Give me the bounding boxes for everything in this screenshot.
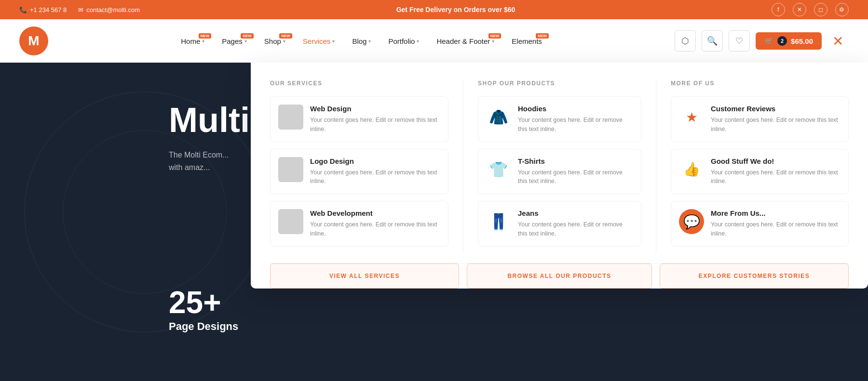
more-col-title: MORE OF US [671, 80, 849, 87]
nav-hf-chevron: ▾ [492, 39, 494, 44]
nav-shop-label: Shop [264, 37, 281, 45]
web-dev-title: Web Development [310, 209, 440, 217]
product-tshirts[interactable]: 👕 T-Shirts Your content goes here. Edit … [478, 149, 641, 195]
email-icon: ✉ [78, 6, 83, 13]
more-from-us-desc: Your content goes here. Edit or remove t… [711, 220, 841, 238]
nav-portfolio-label: Portfolio [388, 37, 415, 45]
web-design-title: Web Design [310, 105, 440, 113]
nav-actions: ⬡ 🔍 ♡ 🛒 2 $65.00 ✕ [675, 30, 849, 52]
search-button[interactable]: 🔍 [702, 30, 723, 52]
browse-all-products-button[interactable]: BROWSE ALL OUR PRODUCTS [467, 263, 652, 289]
cart-price: $65.00 [791, 37, 813, 45]
phone-icon: 📞 [19, 6, 27, 13]
nav-blog-label: Blog [352, 37, 366, 45]
nav-item-pages[interactable]: Pages NEW ▾ [215, 33, 254, 49]
social-links: f ✕ ◻ ⚙ [772, 3, 849, 16]
nav-hf-badge: NEW [488, 33, 502, 39]
account-button[interactable]: ⬡ [675, 30, 696, 52]
mega-menu: OUR SERVICES Web Design Your content goe… [251, 63, 868, 289]
nav-pages-badge: NEW [241, 33, 254, 39]
nav-item-shop[interactable]: Shop NEW ▾ [258, 33, 292, 49]
tshirts-desc: Your content goes here. Edit or remove t… [518, 168, 633, 186]
nav-home-label: Home [181, 37, 200, 45]
tshirts-title: T-Shirts [518, 157, 633, 165]
nav-home-badge: NEW [199, 33, 212, 39]
web-dev-icon [278, 209, 303, 234]
nav-home-chevron: ▾ [202, 39, 204, 44]
good-stuff-icon: 👍 [679, 157, 704, 182]
products-col-title: SHOP OUR PRODUCTS [478, 80, 641, 87]
nav-hf-label: Header & Footer [436, 37, 490, 45]
nav-blog-chevron: ▾ [368, 39, 371, 44]
more-from-us[interactable]: 💬 More From Us... Your content goes here… [671, 201, 849, 247]
cart-button[interactable]: 🛒 2 $65.00 [756, 32, 822, 50]
nav-pages-label: Pages [222, 37, 243, 45]
cart-icon: 🛒 [764, 37, 773, 45]
nav-bar: M Home NEW ▾ Pages NEW ▾ Shop NEW ▾ Serv… [0, 19, 868, 63]
close-button[interactable]: ✕ [827, 30, 849, 52]
reviews-title: Customer Reviews [711, 105, 841, 113]
phone-number: +1 234 567 8 [30, 6, 67, 13]
nav-elements-badge: NEW [536, 33, 549, 39]
mega-footer: VIEW ALL SERVICES BROWSE ALL OUR PRODUCT… [270, 263, 849, 289]
product-jeans[interactable]: 👖 Jeans Your content goes here. Edit or … [478, 201, 641, 247]
more-good-stuff[interactable]: 👍 Good Stuff We do! Your content goes he… [671, 149, 849, 195]
web-design-icon [278, 105, 303, 130]
settings-icon[interactable]: ⚙ [835, 3, 849, 16]
nav-item-header-footer[interactable]: Header & Footer NEW ▾ [430, 33, 501, 49]
cart-count: 2 [777, 36, 787, 46]
hero-stat-number: 25+ [169, 285, 238, 320]
explore-customers-stories-button[interactable]: EXPLORE CUSTOMERS STORIES [660, 263, 849, 289]
phone-info: 📞 +1 234 567 8 [19, 6, 67, 13]
logo-design-title: Logo Design [310, 157, 440, 165]
hero-stat-label: Page Designs [169, 320, 238, 333]
mega-col-products: SHOP OUR PRODUCTS 🧥 Hoodies Your content… [463, 80, 656, 253]
logo-design-desc: Your content goes here. Edit or remove t… [310, 168, 440, 186]
hoodies-desc: Your content goes here. Edit or remove t… [518, 116, 633, 134]
more-reviews[interactable]: ★ Customer Reviews Your content goes her… [671, 96, 849, 142]
view-all-services-button[interactable]: VIEW ALL SERVICES [270, 263, 459, 289]
nav-item-portfolio[interactable]: Portfolio ▾ [381, 33, 426, 49]
good-stuff-desc: Your content goes here. Edit or remove t… [711, 168, 841, 186]
nav-item-services[interactable]: Services ▾ [296, 33, 342, 49]
nav-item-elements[interactable]: Elements NEW [505, 33, 549, 49]
hero-stats: 25+ Page Designs [169, 285, 238, 333]
good-stuff-title: Good Stuff We do! [711, 157, 841, 165]
services-col-title: OUR SERVICES [270, 80, 448, 87]
hoodies-icon: 🧥 [486, 105, 511, 130]
web-dev-desc: Your content goes here. Edit or remove t… [310, 220, 440, 238]
mega-menu-columns: OUR SERVICES Web Design Your content goe… [270, 80, 849, 253]
site-logo[interactable]: M [19, 26, 48, 55]
more-from-us-title: More From Us... [711, 209, 841, 217]
nav-pages-chevron: ▾ [244, 39, 247, 44]
reviews-icon: ★ [679, 105, 704, 130]
service-logo-design[interactable]: Logo Design Your content goes here. Edit… [270, 149, 448, 195]
twitter-icon[interactable]: ✕ [793, 3, 806, 16]
more-from-us-icon: 💬 [679, 209, 704, 234]
jeans-desc: Your content goes here. Edit or remove t… [518, 220, 633, 238]
nav-shop-badge: NEW [279, 33, 292, 39]
nav-item-home[interactable]: Home NEW ▾ [174, 33, 211, 49]
wishlist-button[interactable]: ♡ [729, 30, 750, 52]
top-bar: 📞 +1 234 567 8 ✉ contact@molti.com Get F… [0, 0, 868, 19]
nav-item-blog[interactable]: Blog ▾ [345, 33, 378, 49]
tshirts-icon: 👕 [486, 157, 511, 182]
nav-services-chevron: ▾ [332, 39, 335, 44]
facebook-icon[interactable]: f [772, 3, 785, 16]
mega-col-more: MORE OF US ★ Customer Reviews Your conte… [656, 80, 849, 253]
mega-col-services: OUR SERVICES Web Design Your content goe… [270, 80, 463, 253]
web-design-desc: Your content goes here. Edit or remove t… [310, 116, 440, 134]
reviews-desc: Your content goes here. Edit or remove t… [711, 116, 841, 134]
nav-services-label: Services [303, 37, 331, 45]
email-address: contact@molti.com [86, 6, 140, 13]
promo-text: Get Free Delivery on Orders over $60 [396, 6, 515, 13]
nav-shop-chevron: ▾ [283, 39, 285, 44]
instagram-icon[interactable]: ◻ [814, 3, 827, 16]
email-info: ✉ contact@molti.com [78, 6, 140, 13]
nav-links: Home NEW ▾ Pages NEW ▾ Shop NEW ▾ Servic… [174, 33, 549, 49]
nav-portfolio-chevron: ▾ [417, 39, 419, 44]
product-hoodies[interactable]: 🧥 Hoodies Your content goes here. Edit o… [478, 96, 641, 142]
service-web-dev[interactable]: Web Development Your content goes here. … [270, 201, 448, 247]
logo-design-icon [278, 157, 303, 182]
service-web-design[interactable]: Web Design Your content goes here. Edit … [270, 96, 448, 142]
